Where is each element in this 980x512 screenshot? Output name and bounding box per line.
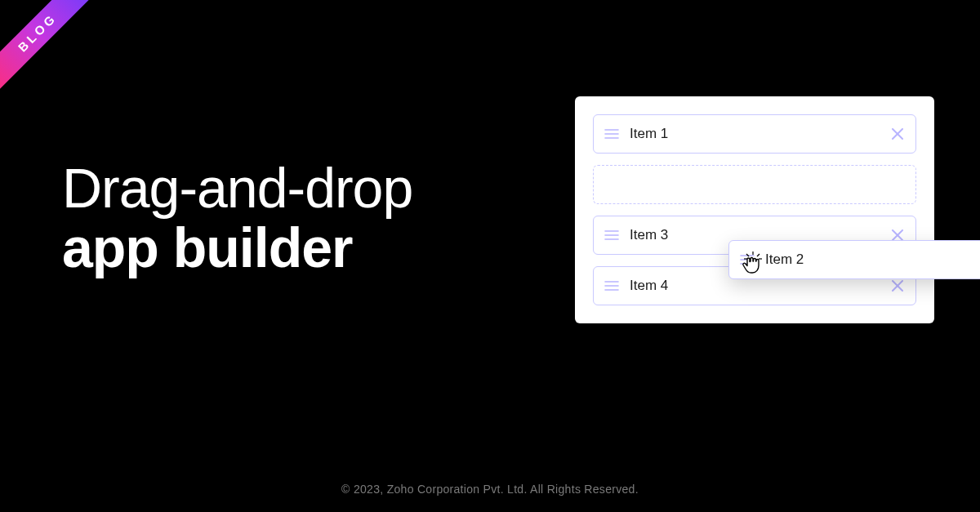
dragging-item[interactable]: Item 2 (728, 240, 980, 279)
list-item-label: Item 4 (630, 278, 880, 294)
blog-ribbon: BLOG (0, 0, 99, 94)
hero-title: Drag-and-drop app builder (62, 159, 412, 278)
drop-placeholder[interactable] (593, 165, 916, 204)
drag-handle-icon[interactable] (604, 126, 620, 142)
drag-handle-icon[interactable] (604, 278, 620, 294)
close-icon[interactable] (889, 126, 906, 142)
close-icon[interactable] (889, 278, 906, 294)
dragging-item-label: Item 2 (765, 252, 980, 268)
drag-handle-icon[interactable] (604, 227, 620, 243)
copyright-text: © 2023, Zoho Corporation Pvt. Ltd. All R… (341, 483, 639, 496)
footer-copyright: © 2023, Zoho Corporation Pvt. Ltd. All R… (0, 483, 980, 496)
list-item-label: Item 1 (630, 126, 880, 142)
hero-line-1: Drag-and-drop (62, 159, 412, 217)
list-item[interactable]: Item 1 (593, 114, 916, 154)
ribbon-label: BLOG (16, 11, 60, 55)
hero-line-2: app builder (62, 217, 412, 278)
drag-handle-icon[interactable] (739, 252, 755, 268)
drag-drop-panel: Item 1 Item 3 Item 4 (575, 96, 934, 323)
